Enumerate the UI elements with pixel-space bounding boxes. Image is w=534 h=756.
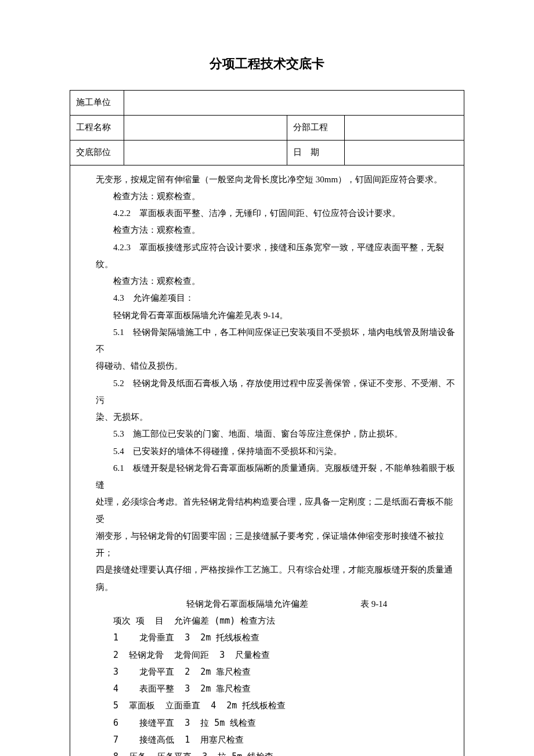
tolerance-row: 8 压条 压条平直 3 拉 5m 线检查 bbox=[96, 748, 460, 756]
project-label: 工程名称 bbox=[70, 115, 124, 140]
tolerance-row: 6 接缝平直 3 拉 5m 线检查 bbox=[96, 715, 460, 732]
unit-label: 施工单位 bbox=[70, 90, 124, 115]
para: 检查方法：观察检查。 bbox=[96, 222, 460, 239]
tolerance-title: 轻钢龙骨石罩面板隔墙允许偏差 表 9-14 bbox=[96, 596, 460, 613]
para: 5.3 施工部位已安装的门窗、地面、墙面、窗台等应注意保护，防止损坏。 bbox=[96, 426, 460, 442]
date-value bbox=[345, 140, 464, 165]
sub-label: 分部工程 bbox=[287, 115, 345, 140]
date-label: 日 期 bbox=[287, 140, 345, 165]
para: 染、无损坏。 bbox=[96, 409, 460, 426]
project-value bbox=[124, 115, 287, 140]
para: 6.1 板缝开裂是轻钢龙骨石膏罩面板隔断的质量通病。克服板缝开裂，不能单独着眼于… bbox=[96, 460, 460, 494]
unit-value bbox=[124, 90, 464, 115]
tolerance-row: 5 罩面板 立面垂直 4 2m 托线板检查 bbox=[96, 697, 460, 714]
part-label: 交底部位 bbox=[70, 140, 124, 165]
tolerance-row: 1 龙骨垂直 3 2m 托线板检查 bbox=[96, 629, 460, 646]
tolerance-row: 3 龙骨平直 2 2m 靠尺检查 bbox=[96, 664, 460, 681]
header-table: 施工单位 工程名称 分部工程 交底部位 日 期 bbox=[70, 90, 464, 165]
para: 4.2.2 罩面板表面平整、洁净，无锤印，钉固间距、钉位应符合设计要求。 bbox=[96, 205, 460, 222]
tolerance-head: 项次 项 目 允许偏差 (mm) 检查方法 bbox=[96, 613, 460, 629]
content-body: 无变形，按规定留有伸缩量（一般竖向龙骨长度比净空短 30mm），钉固间距应符合要… bbox=[70, 165, 464, 756]
para: 无变形，按规定留有伸缩量（一般竖向龙骨长度比净空短 30mm），钉固间距应符合要… bbox=[96, 171, 460, 188]
para: 轻钢龙骨石膏罩面板隔墙允许偏差见表 9-14。 bbox=[96, 307, 460, 324]
para: 得碰动、错位及损伤。 bbox=[96, 358, 460, 375]
para: 检查方法：观察检查。 bbox=[96, 273, 460, 290]
para: 4.3 允许偏差项目： bbox=[96, 290, 460, 307]
para: 5.4 已安装好的墙体不得碰撞，保持墙面不受损坏和污染。 bbox=[96, 443, 460, 460]
sub-value bbox=[345, 115, 464, 140]
para: 四是接缝处理要认真仔细，严格按操作工艺施工。只有综合处理，才能克服板缝开裂的质量… bbox=[96, 561, 460, 596]
part-value bbox=[124, 140, 287, 165]
para: 潮变形，与轻钢龙骨的钉固要牢固；三是接缝腻子要考究，保证墙体伸缩变形时接缝不被拉… bbox=[96, 528, 460, 562]
tolerance-row: 7 接缝高低 1 用塞尺检查 bbox=[96, 732, 460, 748]
para: 4.2.3 罩面板接缝形式应符合设计要求，接缝和压条宽窄一致，平缝应表面平整，无… bbox=[96, 239, 460, 273]
para: 处理，必须综合考虑。首先轻钢龙骨结构构造要合理，应具备一定刚度；二是纸面石膏板不… bbox=[96, 494, 460, 528]
para: 检查方法：观察检查。 bbox=[96, 188, 460, 205]
para: 5.2 轻钢龙骨及纸面石膏板入场，存放使用过程中应妥善保管，保证不变形、不受潮、… bbox=[96, 375, 460, 409]
page-title: 分项工程技术交底卡 bbox=[70, 55, 464, 73]
para: 5.1 轻钢骨架隔墙施工中，各工种间应保证已安装项目不受损坏，墙内电线管及附墙设… bbox=[96, 324, 460, 358]
tolerance-row: 2 轻钢龙骨 龙骨间距 3 尺量检查 bbox=[96, 647, 460, 664]
tolerance-row: 4 表面平整 3 2m 靠尺检查 bbox=[96, 681, 460, 697]
